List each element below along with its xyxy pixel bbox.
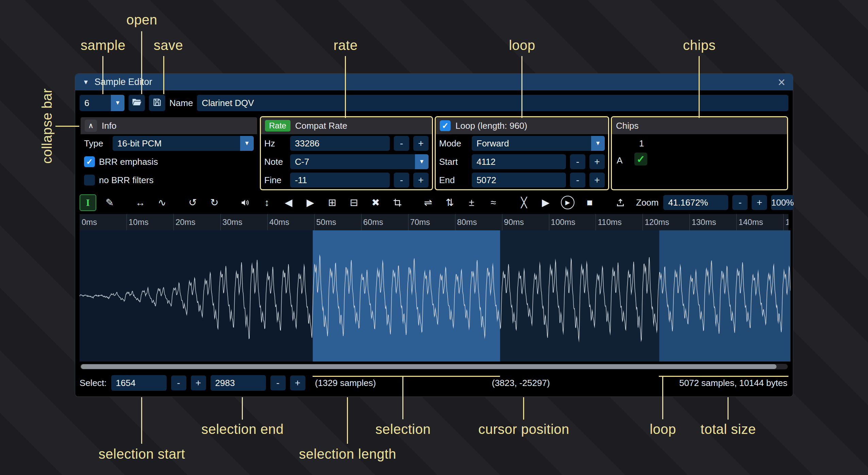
signed-unsigned-icon[interactable]: ± — [463, 194, 480, 211]
loop-start-increase-button[interactable]: + — [589, 154, 605, 169]
fine-increase-button[interactable]: + — [413, 173, 429, 188]
loop-end-decrease-button[interactable]: - — [570, 173, 585, 188]
chip-enable-checkbox[interactable]: ✓ — [634, 153, 647, 165]
annotation-open: open — [127, 12, 157, 28]
loop-checkbox[interactable]: ✓ — [440, 120, 451, 131]
annotation-line — [728, 397, 729, 420]
scrollbar-thumb[interactable] — [81, 364, 777, 369]
normalize-icon[interactable]: ↕ — [258, 194, 275, 211]
ruler-tick: 140ms — [738, 217, 763, 227]
selection-length-text: (1329 samples) — [315, 378, 376, 388]
zoom-increase-button[interactable]: + — [752, 195, 767, 210]
edit-mode-draw-icon[interactable]: ✎ — [101, 194, 118, 211]
window-collapse-icon[interactable]: ▼ — [83, 78, 89, 86]
collapse-bar-button[interactable]: ∧ — [85, 120, 97, 132]
selection-start-increase-button[interactable]: + — [191, 375, 206, 390]
reverse-icon[interactable]: ⇌ — [420, 194, 436, 211]
annotation-line — [521, 56, 522, 118]
ruler-tick: 90ms — [504, 217, 524, 227]
apply-silence-icon[interactable]: ⊟ — [346, 194, 362, 211]
annotation-line — [347, 397, 348, 444]
save-button[interactable] — [149, 95, 165, 111]
fade-in-icon[interactable]: ◀ — [280, 194, 297, 211]
open-button[interactable] — [129, 95, 145, 111]
time-ruler: 0ms10ms20ms30ms40ms50ms60ms70ms80ms90ms1… — [80, 214, 788, 230]
loop-start-decrease-button[interactable]: - — [570, 154, 585, 169]
fade-out-icon[interactable]: ▶ — [302, 194, 319, 211]
fine-input[interactable] — [290, 173, 390, 188]
preview-loop-icon[interactable]: ▶ — [561, 196, 574, 209]
waveform-area — [80, 230, 788, 362]
zoom-reset-button[interactable]: 100% — [771, 195, 794, 210]
resize-icon[interactable]: ↔ — [132, 194, 149, 211]
info-panel: ∧ Info Type 16-bit PCM ▼ ✓ BRR emphasis — [80, 116, 258, 190]
amplify-icon[interactable] — [237, 194, 253, 211]
resample-icon[interactable]: ∿ — [154, 194, 170, 211]
rate-panel: Rate Compat Rate Hz - + Note C-7 ▼ — [260, 116, 433, 190]
ruler-tick: 60ms — [363, 217, 383, 227]
name-input[interactable] — [197, 95, 788, 111]
zoom-decrease-button[interactable]: - — [732, 195, 748, 210]
status-row: Select: - + - + (1329 samples) (3823, -2… — [75, 369, 793, 397]
note-dropdown[interactable]: C-7 ▼ — [290, 154, 429, 169]
annotation-bracket — [662, 376, 663, 419]
annotation-line — [141, 397, 142, 444]
selection-end-input[interactable] — [211, 375, 266, 391]
zoom-label: Zoom — [636, 197, 658, 208]
ruler-tick: 0ms — [82, 217, 97, 227]
annotation-line — [242, 397, 243, 420]
redo-icon[interactable]: ↻ — [206, 194, 223, 211]
delete-icon[interactable]: ✖ — [367, 194, 384, 211]
panels-row: ∧ Info Type 16-bit PCM ▼ ✓ BRR emphasis — [75, 116, 793, 190]
annotation-line — [699, 56, 700, 118]
waveform-display[interactable] — [80, 230, 790, 362]
selection-start-decrease-button[interactable]: - — [171, 375, 186, 390]
edit-mode-select-icon[interactable]: I — [80, 194, 96, 211]
zoom-input[interactable] — [663, 195, 728, 210]
loop-start-input[interactable] — [472, 154, 566, 169]
selection-end-increase-button[interactable]: + — [290, 375, 305, 390]
hz-increase-button[interactable]: + — [413, 136, 429, 151]
no-brr-filters-checkbox[interactable] — [84, 175, 95, 186]
selection-start-input[interactable] — [111, 375, 167, 391]
stop-preview-icon[interactable]: ■ — [581, 194, 598, 211]
close-icon[interactable]: × — [778, 76, 785, 89]
loop-mode-dropdown[interactable]: Forward ▼ — [472, 136, 605, 151]
rate-badge: Rate — [265, 120, 290, 131]
loop-end-input[interactable] — [472, 173, 566, 188]
hz-input[interactable] — [290, 136, 390, 151]
fine-decrease-button[interactable]: - — [394, 173, 409, 188]
annotation-line — [141, 31, 142, 94]
create-wavetable-icon[interactable] — [612, 194, 629, 211]
titlebar[interactable]: ▼ Sample Editor × — [75, 74, 793, 90]
invert-icon[interactable]: ⇅ — [441, 194, 458, 211]
mode-label: Mode — [439, 138, 468, 149]
ruler-tick: 20ms — [176, 217, 196, 227]
hz-decrease-button[interactable]: - — [394, 136, 409, 151]
waveform-scrollbar[interactable] — [80, 364, 788, 369]
chips-title: Chips — [616, 121, 638, 131]
sample-number-dropdown[interactable]: 6 ▼ — [80, 95, 124, 111]
undo-icon[interactable]: ↺ — [184, 194, 201, 211]
chevron-down-icon: ▼ — [591, 136, 605, 151]
selection-end-decrease-button[interactable]: - — [270, 375, 286, 390]
ruler-tick: 110ms — [598, 217, 621, 227]
brr-emphasis-checkbox[interactable]: ✓ — [84, 156, 95, 167]
rate-title: Compat Rate — [295, 121, 347, 131]
ruler-tick: 30ms — [222, 217, 243, 227]
loop-end-increase-button[interactable]: + — [589, 173, 605, 188]
chip-row-label: A — [617, 155, 622, 166]
annotation-line — [523, 397, 524, 420]
preview-icon[interactable]: ▶ — [537, 194, 554, 211]
type-dropdown[interactable]: 16-bit PCM ▼ — [113, 136, 254, 151]
trim-icon[interactable] — [389, 194, 406, 211]
chips-panel: Chips 1 A ✓ — [611, 116, 788, 190]
apply-filter-icon[interactable]: ≈ — [485, 194, 502, 211]
ruler-tick: 130ms — [691, 217, 716, 227]
annotation-bracket — [402, 376, 403, 419]
crossfade-loop-points-icon[interactable]: ╳ — [516, 194, 532, 211]
insert-silence-icon[interactable]: ⊞ — [324, 194, 340, 211]
annotation-line — [102, 56, 103, 94]
info-header[interactable]: ∧ Info — [81, 117, 257, 134]
annotation-line — [163, 56, 164, 94]
